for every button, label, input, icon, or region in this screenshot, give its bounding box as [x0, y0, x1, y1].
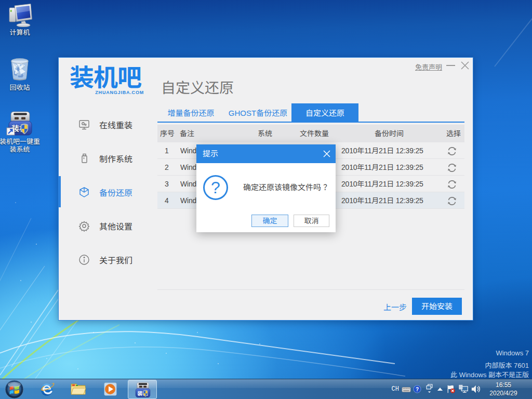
- svg-text:?: ?: [211, 178, 220, 197]
- svg-text:?: ?: [416, 387, 419, 392]
